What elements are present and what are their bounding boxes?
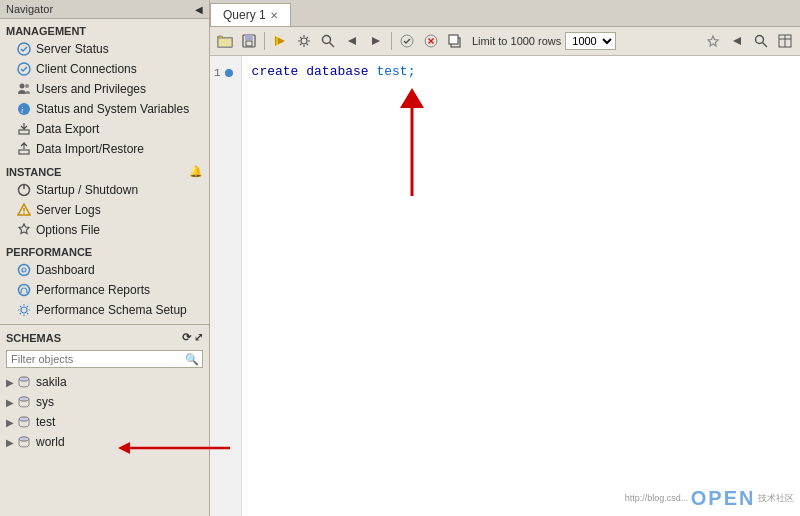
svg-point-4: [18, 103, 30, 115]
toolbar-sep-1: [264, 32, 265, 50]
toolbar-search-button[interactable]: [750, 30, 772, 52]
columns-button[interactable]: [774, 30, 796, 52]
expand-arrow-sys: ▶: [6, 397, 16, 408]
db-icon-world: [16, 434, 32, 450]
svg-text:i: i: [21, 106, 23, 115]
schema-item-world[interactable]: ▶ world: [0, 432, 209, 452]
filter-box: 🔍: [6, 350, 203, 368]
sql-identifier-test: test;: [376, 64, 415, 79]
dashboard-icon: [16, 262, 32, 278]
open-watermark: OPEN: [691, 487, 756, 509]
server-logs-label: Server Logs: [36, 203, 101, 217]
schema-sakila-label: sakila: [36, 375, 67, 389]
prev-button[interactable]: [341, 30, 363, 52]
sql-code: create database test;: [252, 64, 416, 79]
sidebar-item-performance-schema[interactable]: Performance Schema Setup: [0, 300, 209, 320]
sidebar-item-client-connections[interactable]: Client Connections: [0, 59, 209, 79]
status-variables-label: Status and System Variables: [36, 102, 189, 116]
svg-point-14: [22, 268, 26, 272]
svg-rect-29: [246, 41, 252, 46]
svg-line-33: [330, 43, 335, 48]
tab-query1-close[interactable]: ✕: [270, 10, 278, 21]
schema-item-sakila[interactable]: ▶ sakila: [0, 372, 209, 392]
open-watermark-sub: 技术社区: [758, 493, 794, 503]
svg-point-44: [756, 36, 764, 44]
options-button[interactable]: [293, 30, 315, 52]
schemas-filter-input[interactable]: [6, 350, 203, 368]
db-icon-sys: [16, 394, 32, 410]
editor-area[interactable]: 1 create database test;: [210, 56, 800, 516]
db-icon-test: [16, 414, 32, 430]
navigator-header: Navigator ◀: [0, 0, 209, 19]
svg-point-12: [23, 212, 25, 214]
sidebar-item-server-status[interactable]: Server Status: [0, 39, 209, 59]
schemas-refresh-icon[interactable]: ⟳: [182, 331, 191, 344]
sidebar-item-status-variables[interactable]: i Status and System Variables: [0, 99, 209, 119]
toolbar-sep-2: [391, 32, 392, 50]
sidebar-item-users-privileges[interactable]: Users and Privileges: [0, 79, 209, 99]
users-privileges-icon: [16, 81, 32, 97]
sidebar-item-options-file[interactable]: Options File: [0, 220, 209, 240]
svg-rect-26: [218, 38, 232, 47]
limit-dropdown[interactable]: 1000 500 100: [565, 32, 616, 50]
sidebar-item-performance-reports[interactable]: Performance Reports: [0, 280, 209, 300]
sidebar-item-server-logs[interactable]: Server Logs: [0, 200, 209, 220]
stop-button[interactable]: [420, 30, 442, 52]
instance-notify-icon: 🔔: [189, 165, 203, 178]
sidebar-item-data-export[interactable]: Data Export: [0, 119, 209, 139]
schema-sys-label: sys: [36, 395, 54, 409]
instance-section-header: INSTANCE 🔔: [0, 159, 209, 180]
save-button[interactable]: [238, 30, 260, 52]
schema-item-sys[interactable]: ▶ sys: [0, 392, 209, 412]
svg-point-3: [25, 84, 29, 88]
schema-world-label: world: [36, 435, 65, 449]
svg-rect-41: [449, 35, 458, 44]
svg-marker-35: [372, 37, 380, 45]
editor-content[interactable]: create database test;: [242, 56, 800, 516]
sidebar-item-dashboard[interactable]: Dashboard: [0, 260, 209, 280]
navigator-collapse-icon[interactable]: ◀: [195, 4, 203, 15]
sidebar-item-startup-shutdown[interactable]: Startup / Shutdown: [0, 180, 209, 200]
limit-select-container: Limit to 1000 rows 1000 500 100: [472, 32, 616, 50]
data-export-label: Data Export: [36, 122, 99, 136]
red-arrow-annotation: [372, 86, 452, 210]
nav-back-button[interactable]: [726, 30, 748, 52]
expand-arrow-sakila: ▶: [6, 377, 16, 388]
schema-item-test[interactable]: ▶ test: [0, 412, 209, 432]
schemas-expand-icon[interactable]: ⤢: [194, 331, 203, 344]
performance-reports-icon: [16, 282, 32, 298]
bookmark-button[interactable]: [702, 30, 724, 52]
schemas-icons: ⟳ ⤢: [182, 331, 203, 344]
options-file-label: Options File: [36, 223, 100, 237]
line-dot-1: [225, 69, 233, 77]
watermark-text: http://blog.csd... OPEN 技术社区: [625, 487, 794, 510]
server-status-label: Server Status: [36, 42, 109, 56]
find-button[interactable]: [317, 30, 339, 52]
server-status-icon: [16, 41, 32, 57]
svg-point-13: [19, 265, 30, 276]
data-import-label: Data Import/Restore: [36, 142, 144, 156]
accept-button[interactable]: [396, 30, 418, 52]
data-import-icon: [16, 141, 32, 157]
sidebar-item-data-import[interactable]: Data Import/Restore: [0, 139, 209, 159]
options-file-icon: [16, 222, 32, 238]
svg-point-20: [19, 397, 29, 401]
svg-point-18: [19, 377, 29, 381]
copy-button[interactable]: [444, 30, 466, 52]
svg-point-22: [19, 417, 29, 421]
client-connections-label: Client Connections: [36, 62, 137, 76]
svg-point-15: [19, 285, 30, 296]
svg-rect-6: [19, 130, 29, 134]
open-file-button[interactable]: [214, 30, 236, 52]
users-privileges-label: Users and Privileges: [36, 82, 146, 96]
performance-schema-label: Performance Schema Setup: [36, 303, 187, 317]
startup-shutdown-label: Startup / Shutdown: [36, 183, 138, 197]
schema-test-label: test: [36, 415, 55, 429]
startup-shutdown-icon: [16, 182, 32, 198]
performance-schema-icon: [16, 302, 32, 318]
dashboard-label: Dashboard: [36, 263, 95, 277]
next-button[interactable]: [365, 30, 387, 52]
tab-query1[interactable]: Query 1 ✕: [210, 3, 291, 26]
execute-button[interactable]: [269, 30, 291, 52]
toolbar-right: [702, 30, 796, 52]
